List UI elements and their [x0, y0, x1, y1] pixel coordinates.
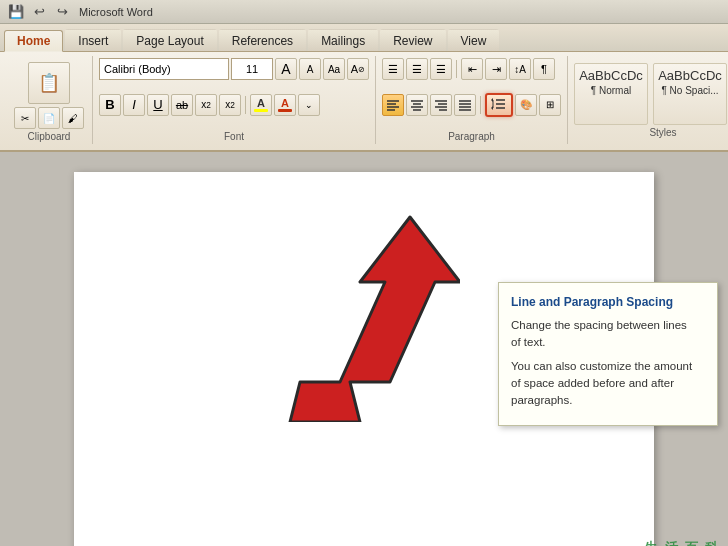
sort-button[interactable]: ↕A — [509, 58, 531, 80]
cut-button[interactable]: ✂ — [14, 107, 36, 129]
styles-group: AaBbCcDc ¶ Normal AaBbCcDc ¶ No Spaci...… — [568, 56, 728, 144]
decrease-indent-button[interactable]: ⇤ — [461, 58, 483, 80]
watermark: 生 活 百 科 www.bimeiz.com — [644, 539, 720, 546]
format-painter-button[interactable]: 🖌 — [62, 107, 84, 129]
line-spacing-button[interactable] — [485, 93, 513, 117]
app-title: Microsoft Word — [79, 6, 153, 18]
strikethrough-button[interactable]: ab — [171, 94, 193, 116]
clipboard-label: Clipboard — [28, 131, 71, 142]
shading-button[interactable]: 🎨 — [515, 94, 537, 116]
tooltip-title: Line and Paragraph Spacing — [511, 293, 705, 311]
increase-indent-button[interactable]: ⇥ — [485, 58, 507, 80]
font-color-button[interactable]: A — [274, 94, 296, 116]
tab-review[interactable]: Review — [380, 29, 445, 51]
change-case-button[interactable]: Aa — [323, 58, 345, 80]
text-highlight-button[interactable]: A — [250, 94, 272, 116]
tooltip: Line and Paragraph Spacing Change the sp… — [498, 282, 718, 426]
shrink-font-button[interactable]: A — [299, 58, 321, 80]
font-name-input[interactable] — [99, 58, 229, 80]
tab-references[interactable]: References — [219, 29, 306, 51]
borders-button[interactable]: ⊞ — [539, 94, 561, 116]
tab-page-layout[interactable]: Page Layout — [123, 29, 216, 51]
tab-insert[interactable]: Insert — [65, 29, 121, 51]
bold-button[interactable]: B — [99, 94, 121, 116]
tab-mailings[interactable]: Mailings — [308, 29, 378, 51]
style-no-spacing-button[interactable]: AaBbCcDc ¶ No Spaci... — [653, 63, 727, 125]
subscript-button[interactable]: x2 — [195, 94, 217, 116]
tab-view[interactable]: View — [448, 29, 500, 51]
paragraph-group-label: Paragraph — [382, 131, 561, 142]
clear-format-button[interactable]: A⊘ — [347, 58, 369, 80]
copy-button[interactable]: 📄 — [38, 107, 60, 129]
undo-button[interactable]: ↩ — [29, 3, 49, 21]
grow-font-button[interactable]: A — [275, 58, 297, 80]
bullets-button[interactable]: ☰ — [382, 58, 404, 80]
clipboard-group: 📋 ✂ 📄 🖌 Clipboard — [6, 56, 93, 144]
align-center-button[interactable] — [406, 94, 428, 116]
tooltip-body: Change the spacing between lines of text… — [511, 317, 705, 352]
justify-button[interactable] — [454, 94, 476, 116]
font-size-input[interactable] — [231, 58, 273, 80]
tooltip-body2: You can also customize the amount of spa… — [511, 358, 705, 410]
redo-button[interactable]: ↪ — [52, 3, 72, 21]
styles-group-label: Styles — [574, 127, 728, 138]
font-group: A A Aa A⊘ B I U ab x2 x2 A A — [93, 56, 376, 144]
font-group-label: Font — [99, 131, 369, 142]
italic-button[interactable]: I — [123, 94, 145, 116]
paste-button[interactable]: 📋 — [28, 62, 70, 104]
font-settings-button[interactable]: ⌄ — [298, 94, 320, 116]
superscript-button[interactable]: x2 — [219, 94, 241, 116]
save-button[interactable]: 💾 — [6, 3, 26, 21]
document-area: Line and Paragraph Spacing Change the sp… — [0, 152, 728, 546]
numbering-button[interactable]: ☰ — [406, 58, 428, 80]
paragraph-group: ☰ ☰ ☰ ⇤ ⇥ ↕A ¶ — [376, 56, 568, 144]
show-hide-button[interactable]: ¶ — [533, 58, 555, 80]
style-normal-button[interactable]: AaBbCcDc ¶ Normal — [574, 63, 648, 125]
align-right-button[interactable] — [430, 94, 452, 116]
ribbon: 📋 ✂ 📄 🖌 Clipboard A A Aa A⊘ B I U ab x2 … — [0, 52, 728, 152]
underline-button[interactable]: U — [147, 94, 169, 116]
align-left-button[interactable] — [382, 94, 404, 116]
multilevel-list-button[interactable]: ☰ — [430, 58, 452, 80]
quick-access-toolbar: 💾 ↩ ↪ Microsoft Word — [0, 0, 728, 24]
tab-home[interactable]: Home — [4, 30, 63, 52]
tab-bar: Home Insert Page Layout References Maili… — [0, 24, 728, 52]
